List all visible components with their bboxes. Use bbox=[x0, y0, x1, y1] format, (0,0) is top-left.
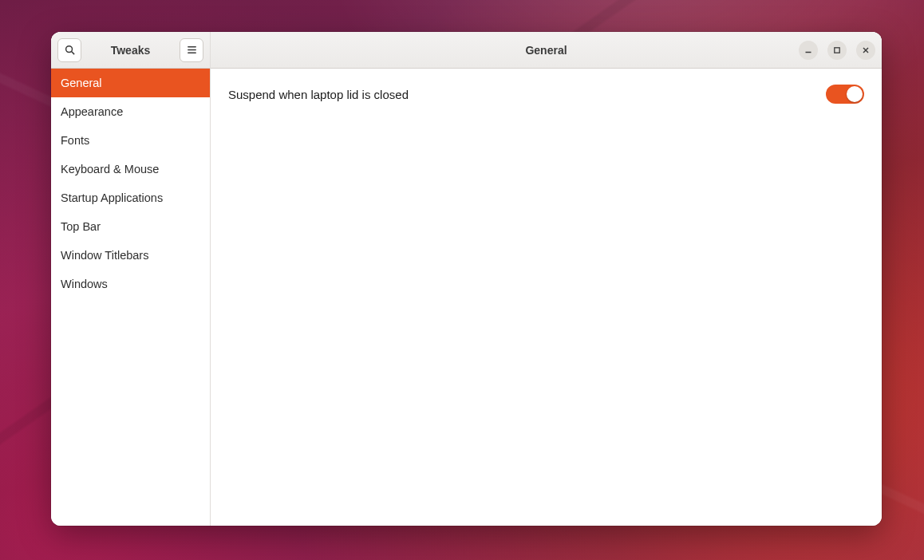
desktop-wallpaper: Tweaks General Appearance Fonts Keyboard… bbox=[0, 0, 924, 560]
sidebar-item-appearance[interactable]: Appearance bbox=[51, 97, 210, 126]
sidebar-item-label: Top Bar bbox=[61, 220, 101, 233]
maximize-icon bbox=[833, 46, 841, 54]
suspend-lid-toggle[interactable] bbox=[826, 85, 864, 104]
main-panel: General bbox=[211, 32, 882, 526]
setting-label: Suspend when laptop lid is closed bbox=[228, 88, 409, 101]
svg-line-1 bbox=[71, 52, 74, 55]
tweaks-window: Tweaks General Appearance Fonts Keyboard… bbox=[51, 32, 882, 526]
close-icon bbox=[862, 46, 870, 54]
toggle-knob bbox=[847, 86, 863, 102]
main-headerbar: General bbox=[211, 32, 882, 69]
sidebar-item-label: General bbox=[61, 77, 102, 89]
sidebar-item-label: Window Titlebars bbox=[61, 249, 148, 262]
close-button[interactable] bbox=[856, 41, 875, 60]
sidebar-list: General Appearance Fonts Keyboard & Mous… bbox=[51, 69, 210, 298]
app-title: Tweaks bbox=[86, 44, 175, 57]
setting-row-suspend-lid: Suspend when laptop lid is closed bbox=[228, 80, 864, 108]
sidebar-item-label: Windows bbox=[61, 278, 108, 290]
svg-point-0 bbox=[65, 46, 72, 53]
hamburger-icon bbox=[186, 44, 198, 56]
sidebar-item-label: Fonts bbox=[61, 134, 89, 147]
sidebar-item-label: Appearance bbox=[61, 105, 123, 118]
window-controls bbox=[799, 41, 875, 60]
page-title: General bbox=[211, 44, 882, 57]
sidebar-item-fonts[interactable]: Fonts bbox=[51, 126, 210, 155]
menu-button[interactable] bbox=[180, 38, 203, 62]
sidebar-item-startup-applications[interactable]: Startup Applications bbox=[51, 183, 210, 212]
content-area: Suspend when laptop lid is closed bbox=[211, 69, 882, 120]
minimize-button[interactable] bbox=[799, 41, 818, 60]
search-icon bbox=[64, 44, 76, 56]
search-button[interactable] bbox=[57, 38, 81, 62]
sidebar-item-general[interactable]: General bbox=[51, 69, 210, 97]
svg-rect-6 bbox=[835, 47, 839, 52]
maximize-button[interactable] bbox=[827, 41, 847, 60]
sidebar-item-windows[interactable]: Windows bbox=[51, 270, 210, 298]
sidebar-headerbar: Tweaks bbox=[51, 32, 210, 69]
sidebar-item-label: Startup Applications bbox=[61, 191, 163, 204]
sidebar-item-window-titlebars[interactable]: Window Titlebars bbox=[51, 241, 210, 270]
sidebar: Tweaks General Appearance Fonts Keyboard… bbox=[51, 32, 211, 526]
sidebar-item-label: Keyboard & Mouse bbox=[61, 163, 159, 175]
sidebar-item-keyboard-mouse[interactable]: Keyboard & Mouse bbox=[51, 155, 210, 183]
sidebar-item-top-bar[interactable]: Top Bar bbox=[51, 212, 210, 241]
minimize-icon bbox=[804, 46, 812, 54]
